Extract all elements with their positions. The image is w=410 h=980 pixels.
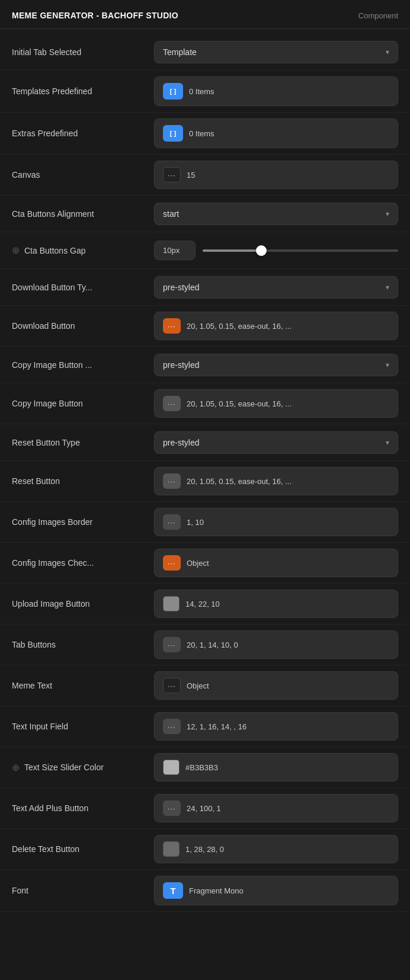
row-config-images-check: Config Images Chec...···Object bbox=[0, 543, 410, 584]
control-cta-buttons-alignment[interactable]: start▾ bbox=[154, 203, 398, 225]
row-tab-buttons: Tab Buttons···20, 1, 14, 10, 0 bbox=[0, 624, 410, 665]
dots-icon: ··· bbox=[163, 555, 181, 571]
value-box-text-size-slider-color[interactable]: #B3B3B3 bbox=[154, 753, 398, 782]
control-meme-text[interactable]: ···Object bbox=[154, 671, 398, 700]
control-download-button-type[interactable]: pre-styled▾ bbox=[154, 276, 398, 299]
row-text-add-plus-button: Text Add Plus Button···24, 100, 1 bbox=[0, 788, 410, 829]
chevron-down-icon: ▾ bbox=[386, 438, 389, 447]
chevron-down-icon: ▾ bbox=[386, 361, 389, 369]
label-copy-image-button: Copy Image Button bbox=[12, 399, 154, 408]
value-box-canvas[interactable]: ···15 bbox=[154, 161, 398, 189]
dropdown-initial-tab-selected[interactable]: Template▾ bbox=[154, 41, 398, 63]
control-templates-predefined[interactable]: [ ]0 Items bbox=[154, 76, 398, 106]
control-font[interactable]: TFragment Mono bbox=[154, 876, 398, 905]
row-config-images-border: Config Images Border···1, 10 bbox=[0, 502, 410, 543]
value-box-extras-predefined[interactable]: [ ]0 Items bbox=[154, 119, 398, 148]
slider-thumb[interactable] bbox=[256, 245, 267, 256]
control-tab-buttons[interactable]: ···20, 1, 14, 10, 0 bbox=[154, 630, 398, 659]
t-icon: T bbox=[163, 882, 183, 899]
row-reset-button-type: Reset Button Typepre-styled▾ bbox=[0, 424, 410, 461]
control-download-button[interactable]: ···20, 1.05, 0.15, ease-out, 16, ... bbox=[154, 312, 398, 340]
plus-icon-cta-buttons-gap[interactable]: ⊕ bbox=[12, 245, 20, 256]
label-text-add-plus-button: Text Add Plus Button bbox=[12, 803, 154, 813]
dots-icon: ··· bbox=[163, 719, 181, 734]
color-swatch-icon[interactable] bbox=[163, 841, 180, 857]
dropdown-download-button-type[interactable]: pre-styled▾ bbox=[154, 276, 398, 299]
control-canvas[interactable]: ···15 bbox=[154, 161, 398, 189]
value-box-text-input-field[interactable]: ···12, 1, 16, 14, , 16 bbox=[154, 712, 398, 741]
control-config-images-border[interactable]: ···1, 10 bbox=[154, 508, 398, 536]
rows-container: Initial Tab SelectedTemplate▾Templates P… bbox=[0, 29, 410, 917]
label-delete-text-button: Delete Text Button bbox=[12, 844, 154, 854]
label-text-size-slider-color: ⊕Text Size Slider Color bbox=[12, 762, 154, 773]
label-templates-predefined: Templates Predefined bbox=[12, 87, 154, 96]
chevron-down-icon: ▾ bbox=[386, 48, 389, 56]
component-badge: Component bbox=[358, 11, 398, 20]
header: MEME GENERATOR - BACHOFF STUDIO Componen… bbox=[0, 0, 410, 29]
control-upload-image-button[interactable]: 14, 22, 10 bbox=[154, 590, 398, 618]
row-initial-tab-selected: Initial Tab SelectedTemplate▾ bbox=[0, 34, 410, 71]
label-config-images-border: Config Images Border bbox=[12, 517, 154, 527]
bracket-icon: [ ] bbox=[163, 83, 183, 100]
label-upload-image-button: Upload Image Button bbox=[12, 599, 154, 609]
color-swatch-icon[interactable] bbox=[163, 596, 180, 611]
row-delete-text-button: Delete Text Button1, 28, 28, 0 bbox=[0, 829, 410, 870]
value-box-download-button[interactable]: ···20, 1.05, 0.15, ease-out, 16, ... bbox=[154, 312, 398, 340]
row-download-button-type: Download Button Ty...pre-styled▾ bbox=[0, 269, 410, 306]
value-box-meme-text[interactable]: ···Object bbox=[154, 671, 398, 700]
control-text-size-slider-color[interactable]: #B3B3B3 bbox=[154, 753, 398, 782]
value-box-tab-buttons[interactable]: ···20, 1, 14, 10, 0 bbox=[154, 630, 398, 659]
row-cta-buttons-alignment: Cta Buttons Alignmentstart▾ bbox=[0, 196, 410, 232]
control-extras-predefined[interactable]: [ ]0 Items bbox=[154, 119, 398, 148]
label-download-button: Download Button bbox=[12, 321, 154, 331]
control-copy-image-button[interactable]: ···20, 1.05, 0.15, ease-out, 16, ... bbox=[154, 389, 398, 418]
chevron-down-icon: ▾ bbox=[386, 283, 389, 292]
dropdown-cta-buttons-alignment[interactable]: start▾ bbox=[154, 203, 398, 225]
value-box-reset-button[interactable]: ···20, 1.05, 0.15, ease-out, 16, ... bbox=[154, 467, 398, 495]
value-box-config-images-check[interactable]: ···Object bbox=[154, 549, 398, 577]
label-cta-buttons-gap: ⊕Cta Buttons Gap bbox=[12, 245, 154, 256]
dots-icon: ··· bbox=[163, 637, 181, 652]
dropdown-reset-button-type[interactable]: pre-styled▾ bbox=[154, 431, 398, 454]
value-box-config-images-border[interactable]: ···1, 10 bbox=[154, 508, 398, 536]
value-box-delete-text-button[interactable]: 1, 28, 28, 0 bbox=[154, 835, 398, 863]
plus-icon-text-size-slider-color[interactable]: ⊕ bbox=[12, 762, 20, 773]
value-box-templates-predefined[interactable]: [ ]0 Items bbox=[154, 76, 398, 106]
dots-icon: ··· bbox=[163, 800, 181, 816]
row-templates-predefined: Templates Predefined[ ]0 Items bbox=[0, 71, 410, 113]
dots-icon: ··· bbox=[163, 396, 181, 411]
label-reset-button: Reset Button bbox=[12, 476, 154, 486]
dots-icon: ··· bbox=[163, 678, 181, 693]
row-copy-image-button: Copy Image Button···20, 1.05, 0.15, ease… bbox=[0, 383, 410, 424]
row-copy-image-button-type: Copy Image Button ...pre-styled▾ bbox=[0, 347, 410, 383]
row-text-input-field: Text Input Field···12, 1, 16, 14, , 16 bbox=[0, 706, 410, 747]
dots-icon: ··· bbox=[163, 318, 181, 334]
label-extras-predefined: Extras Predefined bbox=[12, 129, 154, 138]
value-box-upload-image-button[interactable]: 14, 22, 10 bbox=[154, 590, 398, 618]
control-reset-button[interactable]: ···20, 1.05, 0.15, ease-out, 16, ... bbox=[154, 467, 398, 495]
control-cta-buttons-gap[interactable]: 10px bbox=[154, 241, 398, 260]
value-box-font[interactable]: TFragment Mono bbox=[154, 876, 398, 905]
color-swatch-icon[interactable] bbox=[163, 760, 180, 775]
control-copy-image-button-type[interactable]: pre-styled▾ bbox=[154, 354, 398, 376]
value-box-copy-image-button[interactable]: ···20, 1.05, 0.15, ease-out, 16, ... bbox=[154, 389, 398, 418]
app-title: MEME GENERATOR - BACHOFF STUDIO bbox=[12, 11, 178, 20]
dots-icon: ··· bbox=[163, 167, 181, 182]
label-config-images-check: Config Images Chec... bbox=[12, 558, 154, 568]
slider-track-cta-buttons-gap[interactable] bbox=[203, 249, 398, 252]
control-initial-tab-selected[interactable]: Template▾ bbox=[154, 41, 398, 63]
value-box-text-add-plus-button[interactable]: ···24, 100, 1 bbox=[154, 794, 398, 822]
control-delete-text-button[interactable]: 1, 28, 28, 0 bbox=[154, 835, 398, 863]
control-reset-button-type[interactable]: pre-styled▾ bbox=[154, 431, 398, 454]
control-text-input-field[interactable]: ···12, 1, 16, 14, , 16 bbox=[154, 712, 398, 741]
label-reset-button-type: Reset Button Type bbox=[12, 438, 154, 447]
slider-fill bbox=[203, 249, 261, 252]
row-download-button: Download Button···20, 1.05, 0.15, ease-o… bbox=[0, 306, 410, 347]
app-container: MEME GENERATOR - BACHOFF STUDIO Componen… bbox=[0, 0, 410, 917]
row-upload-image-button: Upload Image Button14, 22, 10 bbox=[0, 584, 410, 624]
control-config-images-check[interactable]: ···Object bbox=[154, 549, 398, 577]
row-font: FontTFragment Mono bbox=[0, 870, 410, 912]
control-text-add-plus-button[interactable]: ···24, 100, 1 bbox=[154, 794, 398, 822]
row-meme-text: Meme Text···Object bbox=[0, 665, 410, 706]
dropdown-copy-image-button-type[interactable]: pre-styled▾ bbox=[154, 354, 398, 376]
